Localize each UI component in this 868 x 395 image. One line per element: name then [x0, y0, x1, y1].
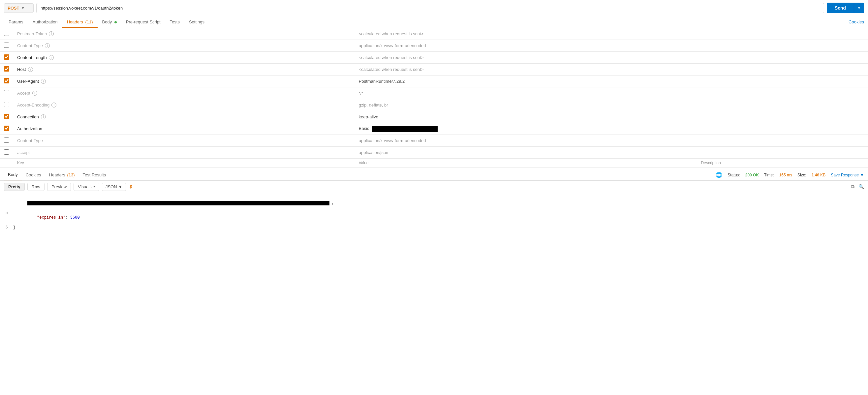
table-row: User-Agent i PostmanRuntime/7.29.2 [0, 75, 868, 87]
value-cell: PostmanRuntime/7.29.2 [355, 75, 697, 87]
format-pretty-button[interactable]: Pretty [4, 183, 25, 191]
send-button[interactable]: Send [827, 3, 854, 13]
save-response-button[interactable]: Save Response ▼ [831, 173, 864, 177]
send-arrow-button[interactable]: ▼ [854, 3, 864, 13]
tab-body[interactable]: Body [98, 16, 121, 28]
tab-prerequest[interactable]: Pre-request Script [121, 16, 165, 28]
tab-settings[interactable]: Settings [184, 16, 209, 28]
key-label: Accept [17, 91, 30, 96]
response-tab-cookies[interactable]: Cookies [22, 170, 45, 180]
tab-authorization[interactable]: Authorization [28, 16, 62, 28]
table-row: Content-Length i <calculated when reques… [0, 52, 868, 64]
format-preview-button[interactable]: Preview [47, 183, 71, 191]
value-cell: gzip, deflate, br [355, 99, 697, 111]
row-checkbox[interactable] [4, 78, 9, 84]
format-bar: Pretty Raw Preview Visualize JSON ▼ ⇕ ⧉ … [0, 181, 868, 193]
value-cell: */* [355, 87, 697, 99]
redacted-token: TOV3ILOSIMV4CEIONTTZNBNZNDRKOOUO.UTZZE9Q… [27, 201, 329, 205]
code-line: TOV3ILOSIMV4CEIONTTZNBNZNDRKOOUO.UTZZE9Q… [0, 196, 868, 210]
row-checkbox[interactable] [4, 137, 9, 143]
desc-cell [697, 75, 868, 87]
desc-cell [697, 87, 868, 99]
key-label: Content-Type [17, 138, 43, 143]
tab-params[interactable]: Params [4, 16, 28, 28]
method-label: POST [8, 6, 19, 10]
url-input[interactable] [36, 3, 824, 13]
time-value: 165 ms [779, 173, 792, 177]
key-label: Connection [17, 114, 39, 119]
info-icon[interactable]: i [45, 43, 50, 48]
json-type-label: JSON [105, 184, 117, 189]
copy-icon[interactable]: ⧉ [851, 184, 855, 190]
desc-cell [697, 147, 868, 159]
info-icon[interactable]: i [49, 31, 54, 36]
row-checkbox[interactable] [4, 42, 9, 48]
info-icon[interactable]: i [49, 55, 54, 60]
table-row: Authorization Basic [0, 123, 868, 135]
info-icon[interactable]: i [41, 114, 46, 119]
line-content: "expires_in": 3600 [13, 211, 868, 225]
key-label: Accept-Encoding [17, 103, 50, 107]
table-row: Connection i keep-alive [0, 111, 868, 123]
row-checkbox[interactable] [4, 90, 9, 95]
code-line: 5 "expires_in": 3600 [0, 210, 868, 225]
value-cell: application/x-www-form-urlencoded [355, 135, 697, 147]
row-checkbox[interactable] [4, 150, 9, 155]
table-row: accept application/json [0, 147, 868, 159]
row-checkbox[interactable] [4, 126, 9, 131]
value-cell: <calculated when request is sent> [355, 28, 697, 40]
status-bar: 🌐 Status: 200 OK Time: 165 ms Size: 1.46… [716, 172, 864, 178]
row-checkbox[interactable] [4, 66, 9, 71]
format-raw-button[interactable]: Raw [27, 183, 44, 191]
sort-icon[interactable]: ⇕ [129, 184, 133, 190]
globe-icon: 🌐 [716, 172, 722, 178]
cookies-link[interactable]: Cookies [848, 20, 864, 24]
table-row: Accept i */* [0, 87, 868, 99]
key-label: User-Agent [17, 79, 39, 84]
value-cell: Basic [355, 123, 697, 135]
table-row: Content-Type application/x-www-form-urle… [0, 135, 868, 147]
info-icon[interactable]: i [32, 91, 37, 96]
response-tab-body[interactable]: Body [4, 169, 22, 180]
info-icon[interactable]: i [52, 103, 56, 107]
value-cell: keep-alive [355, 111, 697, 123]
desc-cell [697, 111, 868, 123]
headers-badge: (11) [85, 20, 93, 24]
json-type-selector[interactable]: JSON ▼ [102, 183, 126, 191]
redacted-value [372, 126, 438, 132]
response-tab-test-results[interactable]: Test Results [79, 170, 110, 180]
row-checkbox[interactable] [4, 55, 9, 60]
key-label: Authorization [17, 126, 42, 131]
tab-headers[interactable]: Headers (11) [62, 16, 98, 28]
status-label: Status: [727, 173, 740, 177]
value-cell: <calculated when request is sent> [355, 64, 697, 75]
row-checkbox[interactable] [4, 102, 9, 107]
request-tabs-bar: Params Authorization Headers (11) Body P… [0, 16, 868, 28]
response-headers-badge: (13) [67, 172, 74, 177]
code-area: TOV3ILOSIMV4CEIONTTZNBNZNDRKOOUO.UTZZE9Q… [0, 193, 868, 233]
key-label: Content-Length [17, 55, 47, 60]
row-checkbox[interactable] [4, 31, 9, 36]
desc-cell [697, 28, 868, 40]
key-label: accept [17, 150, 30, 155]
response-tab-headers[interactable]: Headers (13) [45, 170, 79, 180]
tab-tests[interactable]: Tests [165, 16, 184, 28]
format-visualize-button[interactable]: Visualize [73, 183, 99, 191]
info-icon[interactable]: i [28, 67, 33, 72]
line-number: 5 [0, 211, 13, 215]
body-dot-icon [115, 21, 117, 24]
footer-key: Key [13, 159, 355, 167]
value-cell: application/json [355, 147, 697, 159]
search-icon[interactable]: 🔍 [859, 184, 864, 190]
method-selector[interactable]: POST ▼ [4, 3, 34, 13]
save-response-chevron-icon: ▼ [860, 173, 864, 177]
info-icon[interactable]: i [41, 79, 46, 84]
size-label: Size: [798, 173, 806, 177]
status-value: 200 OK [745, 173, 759, 177]
desc-cell [697, 40, 868, 52]
footer-desc: Description [697, 159, 868, 167]
line-content: } [13, 225, 868, 230]
top-bar: POST ▼ Send ▼ [0, 0, 868, 16]
send-btn-group: Send ▼ [827, 3, 864, 13]
row-checkbox[interactable] [4, 114, 9, 119]
